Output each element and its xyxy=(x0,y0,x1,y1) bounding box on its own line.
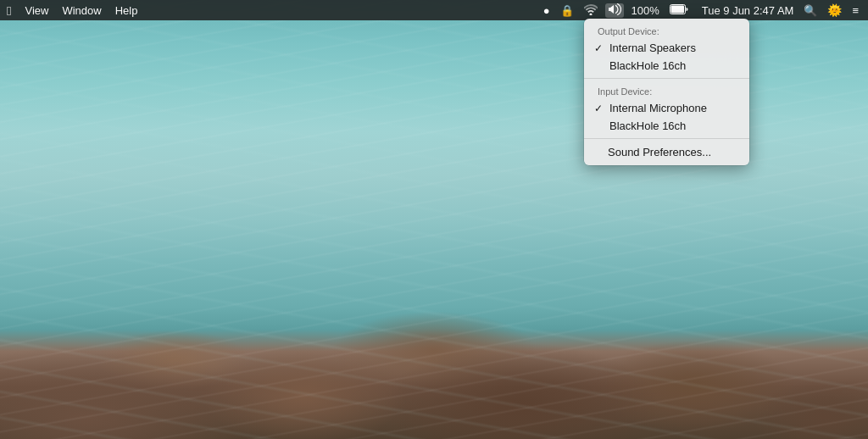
menubar-help[interactable]: Help xyxy=(115,4,138,17)
empty-check-2 xyxy=(594,120,606,132)
datetime[interactable]: Tue 9 Jun 2:47 AM xyxy=(699,4,797,17)
output-device-label: Output Device: xyxy=(584,22,749,39)
sound-preferences-item[interactable]: Sound Preferences... xyxy=(584,142,749,162)
apple-menu-icon[interactable]:  xyxy=(7,3,11,18)
svg-rect-1 xyxy=(670,5,684,13)
sound-dropdown-menu: Output Device: ✓ Internal Speakers Black… xyxy=(584,19,749,165)
menubar-view[interactable]: View xyxy=(25,4,48,17)
output-blackhole-label: BlackHole 16ch xyxy=(609,59,686,72)
input-internal-microphone[interactable]: ✓ Internal Microphone xyxy=(584,99,749,117)
menubar-left:  View Window Help xyxy=(7,3,137,18)
checkmark-icon: ✓ xyxy=(594,42,606,54)
output-blackhole[interactable]: BlackHole 16ch xyxy=(584,57,749,75)
battery-percent: 100% xyxy=(629,4,662,17)
siri-icon[interactable]: 🌞 xyxy=(825,3,844,17)
menu-divider-1 xyxy=(584,78,749,79)
input-device-label: Input Device: xyxy=(584,82,749,99)
output-internal-speakers[interactable]: ✓ Internal Speakers xyxy=(584,39,749,57)
input-blackhole-label: BlackHole 16ch xyxy=(609,119,686,132)
screentime-icon[interactable]: ● xyxy=(541,4,553,17)
control-center-icon[interactable]: ≡ xyxy=(849,4,861,17)
output-internal-speakers-label: Internal Speakers xyxy=(609,42,696,54)
menubar-window[interactable]: Window xyxy=(62,4,101,17)
input-microphone-label: Internal Microphone xyxy=(609,102,707,114)
volume-icon[interactable] xyxy=(605,3,624,18)
sound-preferences-label: Sound Preferences... xyxy=(608,146,711,158)
battery-icon[interactable] xyxy=(667,4,691,17)
empty-check xyxy=(594,60,606,72)
input-blackhole[interactable]: BlackHole 16ch xyxy=(584,117,749,135)
menubar-right: ● 🔒 100% Tue 9 Jun 2:47 xyxy=(541,3,861,18)
menu-divider-2 xyxy=(584,138,749,139)
search-icon[interactable]: 🔍 xyxy=(801,4,820,17)
lock-icon[interactable]: 🔒 xyxy=(558,4,576,17)
menubar:  View Window Help ● 🔒 100% xyxy=(0,0,868,20)
wifi-icon[interactable] xyxy=(581,3,600,18)
checkmark-icon-2: ✓ xyxy=(594,103,606,114)
